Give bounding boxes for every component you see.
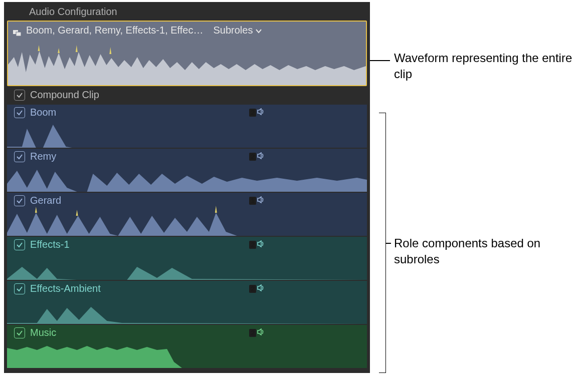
channel-badge[interactable]: 2 (248, 152, 267, 161)
clip-header-bar: Boom, Gerard, Remy, Effects-1, Effec… Su… (8, 22, 366, 37)
subroles-dropdown[interactable]: Subroles (213, 25, 262, 36)
track-checkbox[interactable] (14, 195, 25, 206)
speaker-icon (257, 108, 265, 117)
compound-clip-label: Compound Clip (30, 89, 99, 101)
channel-badge[interactable]: 1 (248, 196, 267, 205)
clip-name: Boom, Gerard, Remy, Effects-1, Effec… (26, 25, 203, 36)
speaker-icon (257, 152, 265, 161)
channel-badge[interactable]: 2 (248, 328, 267, 337)
track-checkbox[interactable] (14, 239, 25, 250)
compound-clip-row: Compound Clip (7, 86, 367, 104)
channel-badge[interactable]: 2 (248, 240, 267, 249)
track-row[interactable]: Boom 2 (7, 105, 367, 148)
compound-clip-icon (13, 27, 21, 34)
track-row[interactable]: Gerard 1 (7, 193, 367, 236)
chevron-down-icon (256, 25, 262, 36)
track-label: Effects-1 (30, 239, 70, 250)
track-label: Effects-Ambient (30, 283, 101, 294)
speaker-icon (257, 284, 265, 293)
track-row[interactable]: Remy 2 (7, 149, 367, 192)
channel-badge[interactable]: 2 (248, 284, 267, 293)
callout-leader-line (370, 60, 390, 61)
channel-badge[interactable]: 2 (248, 108, 267, 117)
section-title: Audio Configuration (7, 5, 367, 21)
track-row[interactable]: Effects-Ambient 2 (7, 281, 367, 324)
track-label: Boom (30, 107, 56, 118)
subroles-label: Subroles (213, 25, 253, 36)
audio-config-panel: Audio Configuration Boom, Gerard, Remy, … (4, 2, 370, 373)
compound-clip-checkbox[interactable] (14, 90, 25, 101)
callout-bracket (379, 113, 386, 373)
callout-waveform: Waveform representing the entire clip (394, 50, 574, 83)
track-label: Remy (30, 151, 56, 162)
track-label: Music (30, 327, 56, 338)
callout-leader-line (386, 243, 391, 244)
track-checkbox[interactable] (14, 107, 25, 118)
clip-header[interactable]: Boom, Gerard, Remy, Effects-1, Effec… Su… (7, 21, 367, 86)
speaker-icon (257, 240, 265, 249)
track-row[interactable]: Effects-1 2 (7, 237, 367, 280)
track-label: Gerard (30, 195, 61, 206)
master-waveform (8, 37, 366, 85)
callout-roles: Role components based on subroles (394, 235, 574, 268)
track-checkbox[interactable] (14, 283, 25, 294)
track-checkbox[interactable] (14, 327, 25, 338)
track-row[interactable]: Music 2 (7, 325, 367, 368)
track-checkbox[interactable] (14, 151, 25, 162)
speaker-icon (257, 328, 265, 337)
svg-rect-1 (16, 32, 21, 36)
speaker-icon (257, 196, 265, 205)
